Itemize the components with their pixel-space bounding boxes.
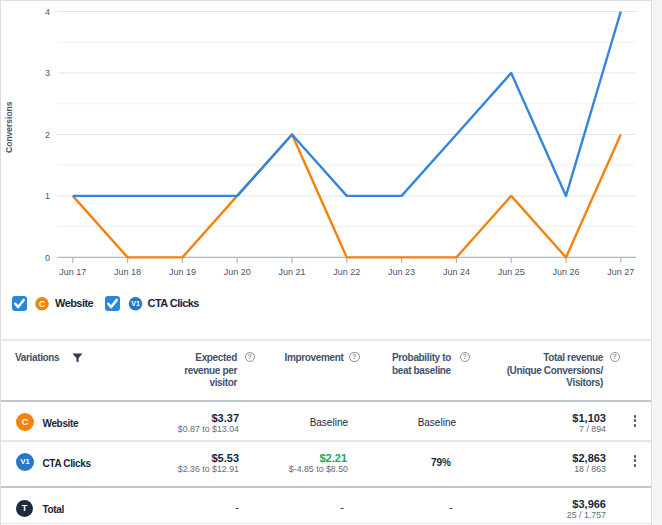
- svg-text:4: 4: [45, 7, 50, 17]
- svg-text:Jun 22: Jun 22: [333, 267, 360, 277]
- svg-text:1: 1: [45, 191, 50, 201]
- svg-text:0: 0: [45, 253, 50, 263]
- svg-text:Jun 17: Jun 17: [59, 267, 86, 277]
- svg-text:Jun 21: Jun 21: [278, 267, 305, 277]
- svg-text:Jun 19: Jun 19: [169, 267, 196, 277]
- svg-text:Jun 20: Jun 20: [224, 267, 251, 277]
- svg-text:Jun 27: Jun 27: [607, 267, 634, 277]
- svg-text:V1: V1: [131, 300, 140, 307]
- svg-text:Jun 25: Jun 25: [498, 267, 525, 277]
- svg-text:3: 3: [45, 68, 50, 78]
- svg-text:Jun 26: Jun 26: [552, 267, 579, 277]
- svg-text:CTA Clicks: CTA Clicks: [148, 297, 200, 309]
- svg-text:Jun 23: Jun 23: [388, 267, 415, 277]
- svg-text:Website: Website: [55, 297, 94, 309]
- svg-text:Jun 18: Jun 18: [114, 267, 141, 277]
- svg-text:2: 2: [45, 130, 50, 140]
- svg-text:Conversions: Conversions: [4, 101, 14, 153]
- svg-text:Jun 24: Jun 24: [443, 267, 470, 277]
- svg-text:C: C: [39, 299, 45, 309]
